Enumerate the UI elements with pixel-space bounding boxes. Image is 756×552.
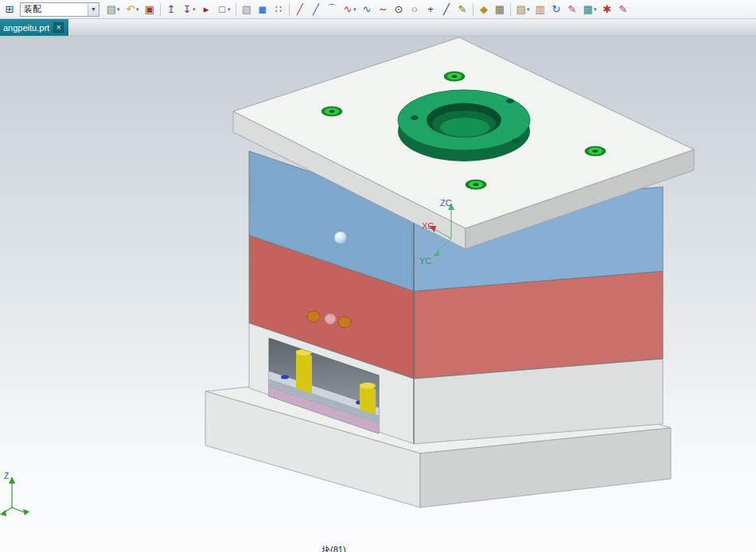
circle-center-icon[interactable]: ⊙ — [391, 2, 407, 17]
triad-z-label: Z — [4, 472, 9, 480]
table-icon-dropdown[interactable]: ▾ — [594, 6, 599, 13]
toolbar-separator — [160, 3, 161, 16]
snap-select-icon[interactable]: ▸ — [198, 2, 214, 17]
spline-red-icon-dropdown[interactable]: ▾ — [353, 6, 359, 13]
selection-rect-icon-dropdown[interactable]: ▾ — [228, 6, 233, 13]
demote-body-icon-dropdown[interactable]: ▾ — [193, 6, 198, 13]
cad-application-window: ⊞ 装配 ▼ ▤▾↶▾▣↥↧▾▸□▾▧◼∷╱╱⌒∿▾∿∼⊙○+╱✎◆▦▤▾▥↻✎… — [0, 0, 756, 552]
spline-blue-icon[interactable]: ∿ — [359, 2, 375, 17]
grid-icon[interactable]: ▦ — [492, 2, 508, 17]
shaded-cube-icon[interactable]: ▧ — [239, 2, 255, 17]
refresh-icon[interactable]: ↻ — [548, 2, 564, 17]
window-cascade-icon-dropdown[interactable]: ▾ — [527, 6, 532, 13]
toolbar-separator — [236, 3, 236, 16]
assembly-type-combo[interactable]: 装配 ▼ — [20, 2, 99, 17]
ring-bolt-icon — [411, 115, 419, 120]
part-locating-ring[interactable] — [398, 90, 530, 161]
clipboard-icon[interactable]: ▣ — [142, 2, 158, 17]
window-tile-icon[interactable]: ▥ — [532, 2, 548, 17]
wcs-z-label: ZC — [440, 198, 452, 208]
assembly-combo-value: 装配 — [21, 3, 88, 15]
line-red-icon[interactable]: ╱ — [292, 2, 308, 17]
cap-screw-icon — [444, 72, 465, 81]
view-triad: Z — [0, 472, 29, 516]
sketch-face-icon[interactable]: ✎ — [454, 2, 470, 17]
tab-close-icon[interactable]: × — [53, 22, 64, 33]
cap-screw-icon — [321, 107, 342, 116]
wcs-y-label: YC — [419, 256, 431, 266]
locating-ball-icon — [334, 231, 347, 244]
guide-bushing-icon — [307, 311, 320, 322]
ring-bolt-icon — [512, 138, 520, 143]
mold-assembly-model[interactable]: ZC XC YC Z — [0, 37, 756, 552]
combo-dropdown-icon[interactable]: ▼ — [88, 3, 99, 16]
tab-bar: angpeitu.prt × — [0, 19, 756, 37]
star-icon[interactable]: ✱ — [599, 2, 615, 17]
module-grid-icon[interactable]: ⊞ — [2, 2, 18, 17]
status-part-label: 块(81) — [321, 544, 346, 552]
toolbar-separator — [473, 3, 473, 16]
annotate-icon[interactable]: ✎ — [615, 2, 631, 17]
fit-curve-icon[interactable]: ∼ — [375, 2, 391, 17]
arc-icon[interactable]: ⌒ — [324, 2, 340, 17]
promote-body-icon[interactable]: ↥ — [163, 2, 179, 17]
line-blue-icon[interactable]: ╱ — [308, 2, 324, 17]
tab-label: angpeitu.prt — [3, 23, 49, 33]
wcs-x-label: XC — [422, 221, 434, 231]
circle-icon[interactable]: ○ — [407, 2, 423, 17]
paste-icon-dropdown[interactable]: ▾ — [117, 6, 123, 13]
main-toolbar: ⊞ 装配 ▼ ▤▾↶▾▣↥↧▾▸□▾▧◼∷╱╱⌒∿▾∿∼⊙○+╱✎◆▦▤▾▥↻✎… — [0, 0, 756, 19]
cap-screw-icon — [466, 180, 486, 189]
datum-icon[interactable]: ◆ — [476, 2, 492, 17]
sprue-hole-icon — [325, 314, 336, 325]
toolbar-separator — [289, 3, 290, 16]
ring-bolt-icon — [506, 99, 514, 103]
tab-angpeitu-prt[interactable]: angpeitu.prt × — [0, 19, 68, 36]
plus-icon[interactable]: + — [423, 2, 438, 17]
toolbar-separator — [510, 3, 511, 16]
edit-object-icon[interactable]: ✎ — [564, 2, 580, 17]
snap-points-icon[interactable]: ∷ — [271, 2, 286, 17]
view-cube-icon[interactable]: ◼ — [255, 2, 271, 17]
toolbar-icon-strip: ▤▾↶▾▣↥↧▾▸□▾▧◼∷╱╱⌒∿▾∿∼⊙○+╱✎◆▦▤▾▥↻✎▦▾✱✎ — [103, 2, 754, 17]
guide-bushing-icon — [338, 317, 351, 328]
cap-screw-icon — [585, 146, 606, 156]
graphics-viewport[interactable]: ZC XC YC Z 块(81) — [0, 37, 756, 552]
ejector-screw-icon — [281, 375, 289, 379]
slash-icon[interactable]: ╱ — [438, 2, 454, 17]
undo-icon-dropdown[interactable]: ▾ — [136, 6, 142, 13]
